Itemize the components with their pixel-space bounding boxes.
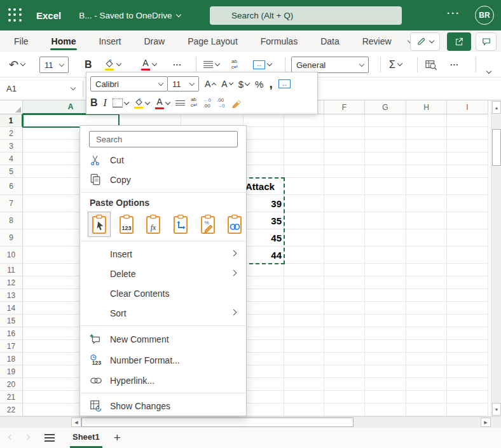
mini-font-color-button[interactable]: A (155, 97, 170, 109)
cell-F7[interactable] (324, 195, 365, 212)
comments-button[interactable] (476, 32, 497, 51)
cell-G2[interactable] (365, 127, 406, 140)
mini-font-name-select[interactable]: Calibri (90, 76, 168, 92)
cell-G15[interactable] (365, 315, 406, 327)
cell-D8[interactable]: 35 (244, 212, 284, 229)
row-header-20[interactable]: 20 (0, 378, 23, 391)
app-launcher-icon[interactable] (8, 8, 22, 22)
cell-E21[interactable] (284, 391, 324, 404)
cell-H4[interactable] (406, 153, 447, 165)
menu-item-delete[interactable]: Delete (80, 264, 246, 283)
cell-F15[interactable] (324, 315, 365, 327)
vertical-scrollbar[interactable]: ▲ ▼ (491, 100, 501, 416)
cell-I7[interactable] (447, 195, 488, 212)
app-name[interactable]: Excel (36, 10, 61, 21)
horizontal-scroll-thumb[interactable] (81, 417, 353, 427)
cell-G9[interactable] (365, 229, 406, 247)
row-header-5[interactable]: 5 (0, 165, 23, 178)
scroll-up-button[interactable]: ▲ (492, 101, 501, 114)
cell-G11[interactable] (365, 264, 406, 276)
decrease-font-size-button[interactable]: A (221, 79, 232, 89)
paste-button[interactable] (88, 212, 111, 237)
cell-I5[interactable] (447, 165, 488, 178)
cell-D17[interactable] (244, 340, 284, 353)
paste-transpose-button[interactable] (169, 212, 192, 237)
cell-E2[interactable] (284, 127, 324, 140)
cell-D9[interactable]: 45 (244, 229, 284, 247)
cell-F13[interactable] (324, 289, 365, 302)
cell-G14[interactable] (365, 302, 406, 315)
comma-format-button[interactable]: , (269, 77, 272, 91)
menu-item-new-comment[interactable]: New Comment (80, 329, 246, 350)
cell-D7[interactable]: 39 (244, 195, 284, 212)
menu-item-copy[interactable]: Copy (80, 170, 246, 189)
number-format-select[interactable]: General (291, 57, 369, 73)
avatar[interactable]: BR (475, 6, 494, 25)
cell-E22[interactable] (284, 404, 324, 416)
cell-E16[interactable] (284, 327, 324, 340)
cell-E15[interactable] (284, 315, 324, 327)
format-painter-button[interactable] (231, 98, 242, 108)
cell-D13[interactable] (244, 289, 284, 302)
all-sheets-menu-icon[interactable] (45, 432, 55, 444)
cell-H8[interactable] (406, 212, 447, 229)
menu-item-sort[interactable]: Sort (80, 303, 246, 323)
cell-G13[interactable] (365, 289, 406, 302)
cell-E1[interactable] (284, 114, 324, 127)
vertical-scroll-thumb[interactable] (492, 129, 501, 166)
tab-review[interactable]: Review (360, 31, 394, 52)
cell-F4[interactable] (324, 153, 365, 165)
increase-decimal-button[interactable]: ←0.00 (203, 97, 211, 109)
cell-G12[interactable] (365, 276, 406, 289)
cell-D2[interactable] (244, 127, 284, 140)
paste-values-button[interactable]: 123 (115, 212, 138, 237)
row-header-3[interactable]: 3 (0, 140, 23, 153)
cell-H11[interactable] (406, 264, 447, 276)
cell-I16[interactable] (447, 327, 488, 340)
cell-I2[interactable] (447, 127, 488, 140)
cell-D18[interactable] (244, 353, 284, 365)
cell-G19[interactable] (365, 365, 406, 378)
cell-F11[interactable] (324, 264, 365, 276)
row-header-7[interactable]: 7 (0, 195, 23, 212)
cell-G16[interactable] (365, 327, 406, 340)
sheet-tab-sheet1[interactable]: Sheet1 (70, 428, 102, 448)
mini-merge-button[interactable]: ↔ (278, 79, 291, 88)
cell-D15[interactable] (244, 315, 284, 327)
cell-D14[interactable] (244, 302, 284, 315)
row-header-19[interactable]: 19 (0, 365, 23, 378)
cell-G3[interactable] (365, 140, 406, 153)
column-header-F[interactable]: F (324, 100, 365, 114)
cell-H17[interactable] (406, 340, 447, 353)
cell-F2[interactable] (324, 127, 365, 140)
cell-E13[interactable] (284, 289, 324, 302)
row-header-6[interactable]: 6 (0, 178, 23, 195)
find-button[interactable] (425, 52, 437, 77)
menu-item-clear-contents[interactable]: Clear Contents (80, 283, 246, 303)
context-menu-search-input[interactable] (89, 131, 238, 147)
cell-I6[interactable] (447, 178, 488, 195)
decrease-decimal-button[interactable]: .00→0 (217, 97, 224, 109)
cell-F14[interactable] (324, 302, 365, 315)
column-header-I[interactable]: I (447, 100, 488, 114)
cell-E5[interactable] (284, 165, 324, 178)
cell-I3[interactable] (447, 140, 488, 153)
cell-H12[interactable] (406, 276, 447, 289)
row-header-8[interactable]: 8 (0, 212, 23, 229)
cell-H3[interactable] (406, 140, 447, 153)
cell-I11[interactable] (447, 264, 488, 276)
cell-D11[interactable] (244, 264, 284, 276)
next-sheet-button[interactable] (25, 434, 30, 439)
cell-E17[interactable] (284, 340, 324, 353)
cell-D22[interactable] (244, 404, 284, 416)
previous-sheet-button[interactable] (8, 434, 13, 439)
tab-formulas[interactable]: Formulas (258, 31, 300, 52)
row-header-14[interactable]: 14 (0, 302, 23, 315)
cell-G5[interactable] (365, 165, 406, 178)
cell-H10[interactable] (406, 247, 447, 264)
cell-E3[interactable] (284, 140, 324, 153)
cell-F19[interactable] (324, 365, 365, 378)
percent-format-button[interactable]: % (255, 79, 263, 90)
share-button[interactable] (447, 32, 471, 51)
paste-formatting-button[interactable]: % (196, 212, 219, 237)
